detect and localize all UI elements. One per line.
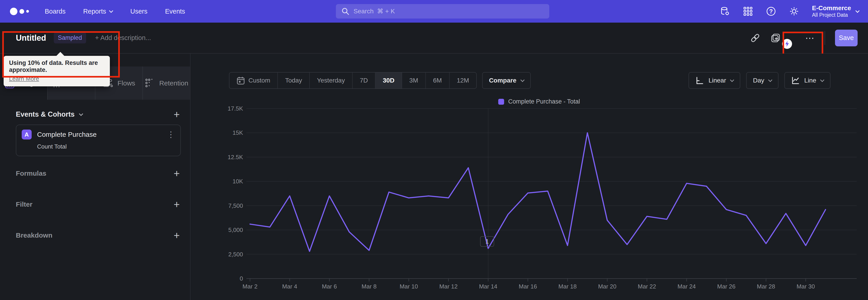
section-breakdown: Breakdown <box>16 232 53 239</box>
range-12m[interactable]: 12M <box>449 72 476 88</box>
svg-text:2,500: 2,500 <box>228 251 243 258</box>
add-description[interactable]: + Add description... <box>95 34 151 41</box>
search-input[interactable] <box>353 8 544 15</box>
event-card[interactable]: A Complete Purchase ⋮ Count Total <box>16 125 181 156</box>
sampling-tooltip: Using 10% of data. Results are approxima… <box>4 56 110 86</box>
search-icon <box>341 7 349 16</box>
svg-text:Mar 28: Mar 28 <box>757 283 775 290</box>
mixpanel-logo[interactable] <box>10 8 29 15</box>
svg-text:Mar 4: Mar 4 <box>282 283 297 290</box>
svg-text:Mar 26: Mar 26 <box>717 283 736 290</box>
chevron-down-icon <box>109 8 113 13</box>
more-options-button[interactable]: ⋯ <box>805 33 815 43</box>
range-7d[interactable]: 7D <box>352 72 375 88</box>
save-button[interactable]: Save <box>835 30 858 46</box>
project-scope: All Project Data <box>812 12 851 18</box>
event-letter-badge: A <box>22 129 32 140</box>
query-builder-panel: Insights Funnels Flows <box>0 54 191 300</box>
svg-text:Mar 8: Mar 8 <box>362 283 377 290</box>
nav-item-events[interactable]: Events <box>165 8 185 15</box>
project-switcher[interactable]: E-Commerce All Project Data <box>812 4 859 18</box>
svg-text:Mar 30: Mar 30 <box>797 283 815 290</box>
range-3m[interactable]: 3M <box>402 72 426 88</box>
svg-text:Mar 6: Mar 6 <box>322 283 337 290</box>
add-filter-button[interactable]: + <box>174 199 180 210</box>
svg-text:10K: 10K <box>232 178 243 185</box>
tooltip-text: Using 10% of data. Results are approxima… <box>9 59 104 73</box>
scale-dropdown[interactable]: Linear <box>688 72 740 89</box>
svg-text:?: ? <box>769 8 773 15</box>
nav-item-boards[interactable]: Boards <box>45 8 66 15</box>
add-formula-button[interactable]: + <box>174 168 180 179</box>
calendar-icon <box>237 76 245 85</box>
lightning-bolt-icon <box>782 39 792 49</box>
range-30d[interactable]: 30D <box>375 72 401 88</box>
compare-button[interactable]: Compare <box>482 72 530 89</box>
nav-item-users[interactable]: Users <box>130 8 147 15</box>
event-metric[interactable]: Count Total <box>37 143 175 150</box>
svg-text:15K: 15K <box>232 129 243 136</box>
apps-grid-icon[interactable] <box>743 6 753 17</box>
help-icon[interactable]: ? <box>766 6 776 17</box>
chart-type-dropdown[interactable]: Line <box>784 72 831 89</box>
svg-text:12.5K: 12.5K <box>228 154 243 160</box>
granularity-dropdown[interactable]: Day <box>746 72 778 89</box>
section-filter: Filter <box>16 201 32 208</box>
project-name: E-Commerce <box>812 4 851 12</box>
svg-text:5,000: 5,000 <box>228 227 243 233</box>
event-name[interactable]: Complete Purchase <box>37 131 96 138</box>
add-to-board-icon[interactable] <box>770 33 781 43</box>
global-search[interactable] <box>336 4 549 19</box>
svg-text:Mar 20: Mar 20 <box>598 283 616 290</box>
chart-panel: Custom Today Yesterday 7D 30D 3M 6M 12M … <box>191 54 868 300</box>
section-formulas: Formulas <box>16 170 46 177</box>
linear-axis-icon <box>695 76 704 85</box>
event-options-kebab[interactable]: ⋮ <box>167 130 175 139</box>
nav-item-reports[interactable]: Reports <box>83 8 113 15</box>
svg-text:Mar 2: Mar 2 <box>243 283 257 290</box>
retention-icon <box>145 78 155 88</box>
sampled-badge[interactable]: Sampled <box>54 32 86 43</box>
range-yesterday[interactable]: Yesterday <box>309 72 352 88</box>
report-title-bar: Untitled Sampled + Add description... <box>0 23 868 54</box>
svg-text:Mar 18: Mar 18 <box>558 283 577 290</box>
line-chart-icon <box>791 76 800 85</box>
legend-item[interactable]: Complete Purchase - Total <box>498 98 580 105</box>
svg-text:17.5K: 17.5K <box>228 106 243 112</box>
svg-text:7,500: 7,500 <box>228 202 243 209</box>
range-custom[interactable]: Custom <box>229 72 277 88</box>
share-link-icon[interactable] <box>750 33 761 43</box>
legend-swatch <box>498 99 504 105</box>
settings-gear-icon[interactable] <box>789 6 799 17</box>
svg-text:Mar 16: Mar 16 <box>519 283 537 290</box>
report-title[interactable]: Untitled <box>16 33 46 43</box>
svg-text:Mar 22: Mar 22 <box>638 283 656 290</box>
svg-text:Mar 24: Mar 24 <box>677 283 696 290</box>
svg-text:Mar 12: Mar 12 <box>439 283 458 290</box>
range-today[interactable]: Today <box>277 72 309 88</box>
pagination-page[interactable]: 1 <box>480 236 494 247</box>
events-cohorts-header[interactable]: Events & Cohorts <box>16 110 83 118</box>
tab-retention[interactable]: Retention <box>143 66 190 100</box>
add-breakdown-button[interactable]: + <box>174 230 180 241</box>
chevron-down-icon <box>855 8 860 13</box>
legend-label: Complete Purchase - Total <box>508 98 580 105</box>
divider <box>825 31 825 45</box>
learn-more-link[interactable]: Learn More <box>9 75 39 82</box>
svg-text:0: 0 <box>240 275 243 282</box>
svg-text:Mar 14: Mar 14 <box>479 283 497 290</box>
top-nav-bar: Boards Reports Users Events ? <box>0 0 868 23</box>
data-management-icon[interactable] <box>720 6 730 17</box>
date-range-control: Custom Today Yesterday 7D 30D 3M 6M 12M <box>229 72 477 89</box>
add-event-button[interactable]: + <box>174 109 180 120</box>
range-6m[interactable]: 6M <box>426 72 449 88</box>
svg-text:Mar 10: Mar 10 <box>400 283 418 290</box>
line-chart[interactable]: 02,5005,0007,50010K12.5K15K17.5KMar 2Mar… <box>191 106 868 300</box>
